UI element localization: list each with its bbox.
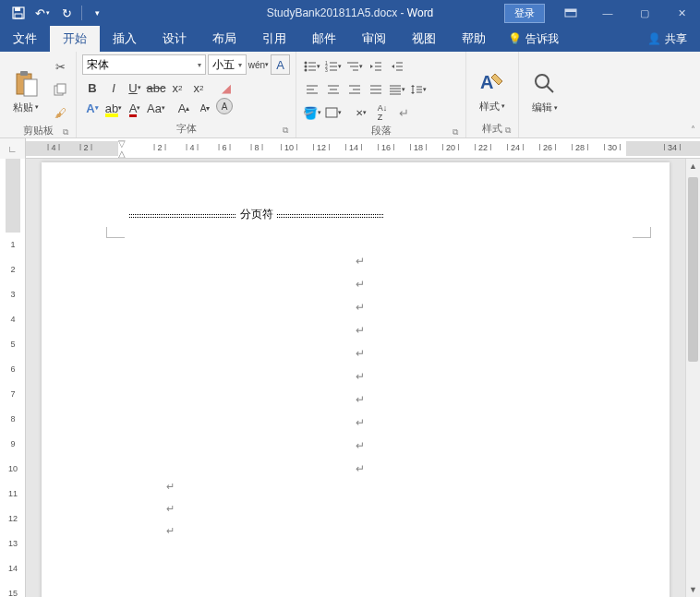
collapse-ribbon-button[interactable]: ˄ <box>685 52 700 137</box>
paragraph-marks-left: ↵↵↵ <box>166 481 175 537</box>
paste-icon <box>13 67 39 101</box>
shrink-font-button[interactable]: A▾ <box>195 98 215 118</box>
bold-button[interactable]: B <box>82 78 103 98</box>
tab-review[interactable]: 审阅 <box>349 26 399 52</box>
italic-button[interactable]: I <box>103 78 124 98</box>
tab-help[interactable]: 帮助 <box>449 26 499 52</box>
dialog-launcher[interactable]: ⧉ <box>283 125 288 136</box>
numbering-button[interactable]: 123▾ <box>323 56 344 77</box>
justify-button[interactable] <box>366 79 386 100</box>
share-button[interactable]: 👤共享 <box>634 26 700 52</box>
tab-file[interactable]: 文件 <box>0 26 50 52</box>
tab-insert[interactable]: 插入 <box>100 26 150 52</box>
font-name-select[interactable]: 宋体▾ <box>82 54 206 75</box>
dialog-launcher[interactable]: ⧉ <box>505 125 511 136</box>
close-button[interactable]: ✕ <box>663 0 700 26</box>
shading-button[interactable]: 🪣▾ <box>302 102 322 123</box>
ruler-horizontal[interactable]: ∟ | 4 || 2 || 2 || 4 || 6 || 8 || 10 || … <box>0 138 700 159</box>
copy-button[interactable] <box>50 79 70 100</box>
scrollbar-thumb[interactable] <box>688 177 698 362</box>
text-effects-button[interactable]: A▾ <box>82 98 103 118</box>
bullets-button[interactable]: ▾ <box>302 56 322 77</box>
maximize-button[interactable]: ▢ <box>626 0 663 26</box>
sort-button[interactable]: A↓Z <box>372 102 392 123</box>
styles-icon: A <box>478 66 506 100</box>
styles-button[interactable]: A 样式▾ <box>472 54 513 121</box>
margin-corner <box>633 227 651 238</box>
asian-layout-button[interactable]: ✕▾ <box>351 102 371 123</box>
decrease-indent-button[interactable] <box>366 56 386 77</box>
editing-button[interactable]: 编辑▾ <box>525 54 565 124</box>
document-area[interactable]: 分页符 ↵↵↵↵↵↵↵↵↵↵ ↵↵↵ <box>26 159 685 597</box>
scroll-down-button[interactable]: ▼ <box>686 582 700 597</box>
borders-button[interactable]: ▾ <box>323 102 344 123</box>
svg-point-10 <box>305 62 308 65</box>
tab-references[interactable]: 引用 <box>249 26 299 52</box>
svg-point-12 <box>305 66 308 68</box>
scrollbar-vertical[interactable]: ▲ ▼ <box>685 159 700 597</box>
group-styles: A 样式▾ 样式⧉ <box>466 52 519 137</box>
subscript-button[interactable]: x2 <box>167 78 187 98</box>
align-right-button[interactable] <box>344 79 365 100</box>
paste-button[interactable]: 粘贴▾ <box>6 54 46 123</box>
ribbon-options-button[interactable] <box>552 0 589 26</box>
window-controls: 登录 — ▢ ✕ <box>504 0 700 26</box>
phonetic-guide-button[interactable]: wén▾ <box>248 54 269 75</box>
svg-rect-7 <box>24 79 37 96</box>
svg-rect-2 <box>15 14 22 18</box>
format-painter-button[interactable]: 🖌 <box>50 102 70 123</box>
tab-mail[interactable]: 邮件 <box>299 26 349 52</box>
share-icon: 👤 <box>647 32 661 45</box>
margin-corner <box>106 227 125 238</box>
tab-selector[interactable]: ∟ <box>0 138 26 159</box>
strikethrough-button[interactable]: abc <box>146 78 166 98</box>
app-name: Word <box>407 6 433 19</box>
undo-button[interactable]: ↶▾ <box>31 2 54 24</box>
character-border-button[interactable]: A <box>271 54 290 75</box>
ruler-vertical[interactable]: 12345678910111213141516 <box>0 159 26 597</box>
copy-icon <box>54 83 66 96</box>
page-break-indicator: 分页符 <box>129 214 383 218</box>
underline-button[interactable]: U▾ <box>125 78 145 98</box>
workspace: 12345678910111213141516 分页符 ↵↵↵↵↵↵↵↵↵↵ ↵… <box>0 159 700 597</box>
tab-home[interactable]: 开始 <box>50 26 100 52</box>
dialog-launcher[interactable]: ⧉ <box>453 127 458 137</box>
indent-marker-hanging[interactable]: △ <box>118 149 126 158</box>
indent-marker-first[interactable]: ▽ <box>118 138 126 149</box>
change-case-button[interactable]: Aa▾ <box>146 98 166 118</box>
clear-formatting-button[interactable]: ◢ <box>216 78 236 98</box>
enclose-characters-button[interactable]: A <box>216 98 233 114</box>
save-button[interactable] <box>7 2 30 24</box>
font-size-select[interactable]: 小五▾ <box>208 54 247 75</box>
tell-me-button[interactable]: 💡告诉我 <box>499 26 568 52</box>
page[interactable]: 分页符 ↵↵↵↵↵↵↵↵↵↵ ↵↵↵ <box>42 162 670 597</box>
group-label: 样式 <box>482 123 502 134</box>
grow-font-button[interactable]: A▴ <box>174 98 194 118</box>
redo-button[interactable]: ↻ <box>55 2 78 24</box>
increase-indent-button[interactable] <box>387 56 407 77</box>
show-marks-button[interactable]: ↵ <box>393 102 414 123</box>
line-spacing-button[interactable]: ▾ <box>408 79 428 100</box>
multilevel-list-button[interactable]: ▾ <box>344 56 365 77</box>
font-color-button[interactable]: A▾ <box>125 98 145 118</box>
superscript-button[interactable]: x2 <box>188 78 209 98</box>
svg-point-14 <box>305 69 308 72</box>
window-title: StudyBank201811A5.docx - Word <box>267 6 434 19</box>
scroll-up-button[interactable]: ▲ <box>686 159 700 173</box>
highlight-button[interactable]: ab▾ <box>103 98 124 118</box>
align-left-button[interactable] <box>302 79 322 100</box>
tab-view[interactable]: 视图 <box>399 26 449 52</box>
group-editing: 编辑▾ . <box>519 52 571 137</box>
qat-customize-button[interactable]: ▾ <box>86 2 108 24</box>
distributed-button[interactable]: ▾ <box>387 79 407 100</box>
align-center-button[interactable] <box>323 79 344 100</box>
dialog-launcher[interactable]: ⧉ <box>63 127 68 137</box>
cut-button[interactable]: ✂ <box>50 56 70 77</box>
tab-design[interactable]: 设计 <box>150 26 199 52</box>
minimize-button[interactable]: — <box>589 0 626 26</box>
svg-rect-51 <box>326 108 337 117</box>
svg-text:A: A <box>480 72 493 92</box>
login-button[interactable]: 登录 <box>504 4 545 23</box>
paint-bucket-icon: 🪣 <box>303 106 318 120</box>
tab-layout[interactable]: 布局 <box>199 26 249 52</box>
